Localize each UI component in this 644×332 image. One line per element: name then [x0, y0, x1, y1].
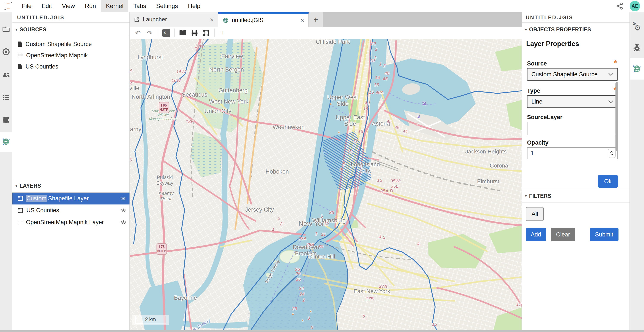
source-select[interactable]: Custom Shapefile Source — [527, 68, 618, 80]
redo-icon[interactable]: ↷ — [144, 28, 155, 38]
layers-section-header[interactable]: ▾ LAYERS — [12, 179, 130, 192]
scalebar-label: 2 km — [145, 317, 156, 322]
sourcelayer-field-label: SourceLayer — [527, 114, 562, 120]
menu-bar: File Edit View Run Kernel Tabs Settings … — [0, 0, 644, 12]
close-icon[interactable]: × — [300, 17, 304, 24]
submit-filter-button[interactable]: Submit — [590, 228, 618, 241]
toolbar-separator — [214, 28, 215, 37]
chevron-down-icon — [608, 73, 614, 76]
filters-section-header[interactable]: ▾ FILTERS — [522, 189, 630, 203]
map-art — [130, 39, 522, 330]
opacity-number-field — [527, 147, 618, 159]
required-asterisk-icon: * — [614, 59, 617, 65]
map-canvas[interactable]: LyndhurstevilleNorth ArlingtonSecaucusNo… — [130, 39, 522, 330]
geometry-vector-square-icon[interactable] — [201, 28, 212, 38]
sources-section-header[interactable]: ▾ SOURCES — [12, 23, 130, 36]
left-activity-bar — [0, 12, 12, 330]
add-filter-button[interactable]: Add — [526, 228, 546, 241]
grid-icon — [18, 53, 23, 58]
layer-item-openstreetmap-mapnik[interactable]: OpenStreetMap.Mapnik Layer — [12, 216, 130, 228]
left-sidebar: UNTITLED.JGIS ▾ SOURCES Custom Shapefile… — [12, 12, 130, 330]
file-icon — [18, 41, 22, 47]
left-panel-title: UNTITLED.JGIS — [12, 12, 130, 23]
file-icon — [18, 64, 22, 70]
source-item-us-counties[interactable]: US Counties — [12, 61, 130, 72]
visibility-eye-icon[interactable] — [120, 196, 126, 200]
clear-filter-button[interactable]: Clear — [551, 228, 575, 241]
sourcelayer-input[interactable] — [527, 122, 618, 135]
caret-down-icon: ▾ — [15, 183, 18, 188]
globe-icon — [223, 17, 229, 23]
file-browser-icon[interactable] — [0, 22, 12, 37]
menu-edit[interactable]: Edit — [36, 0, 57, 12]
avatar[interactable]: AE — [630, 1, 640, 11]
jupyter-logo-icon — [4, 2, 13, 10]
menu-file[interactable]: File — [17, 0, 36, 12]
source-item-openstreetmap-mapnik[interactable]: OpenStreetMap.Mapnik — [12, 50, 130, 61]
table-of-contents-icon[interactable] — [0, 90, 12, 105]
toolbar-separator — [158, 28, 158, 37]
objects-properties-header[interactable]: ▾ OBJECTS PROPERTIES — [522, 23, 630, 36]
property-inspector-gears-icon[interactable]: ⚙ ⚙ — [630, 19, 644, 34]
opacity-input[interactable] — [528, 150, 601, 157]
menu-run[interactable]: Run — [80, 0, 101, 12]
share-icon[interactable] — [616, 2, 624, 10]
debugger-bug-icon[interactable] — [630, 40, 644, 55]
source-field-label: Source — [527, 60, 547, 67]
stepper-icon[interactable] — [608, 149, 616, 158]
layer-item-custom-shapefile[interactable]: Custom Shapefile Layer — [12, 192, 130, 204]
layer-properties-heading: Layer Properties — [526, 40, 579, 48]
tab-untitled-jgis[interactable]: untitled.jGIS × — [218, 12, 309, 27]
toolbar-separator — [174, 28, 175, 37]
layer-label: OpenStreetMap.Mapnik Layer — [26, 219, 104, 226]
console-icon[interactable]: $_ — [161, 28, 172, 38]
window-bottom-border — [0, 330, 644, 332]
layer-label: Custom Shapefile Layer — [26, 195, 89, 202]
identify-book-icon[interactable] — [178, 28, 188, 38]
launcher-icon — [134, 17, 140, 22]
right-sidebar: UNTITLED.JGIS ▾ OBJECTS PROPERTIES Layer… — [522, 12, 630, 330]
opacity-field-label: Opacity — [527, 140, 548, 146]
basemap-grid-icon[interactable] — [189, 28, 200, 38]
jupytergis-globe-icon[interactable] — [0, 134, 12, 149]
visibility-eye-icon[interactable] — [120, 208, 126, 212]
extensions-puzzle-icon[interactable] — [0, 112, 12, 128]
grid-icon — [18, 220, 23, 225]
close-icon[interactable]: × — [210, 16, 214, 23]
vector-square-icon — [18, 196, 24, 202]
filter-logic-chip[interactable]: All — [526, 207, 544, 221]
collaboration-users-icon[interactable] — [0, 67, 12, 82]
caret-down-icon: ▾ — [525, 194, 527, 198]
add-layer-plus-icon[interactable]: + — [218, 28, 228, 38]
map-scalebar: 2 km — [132, 315, 169, 325]
undo-icon[interactable]: ↶ — [133, 28, 143, 38]
chevron-down-icon — [608, 100, 614, 103]
panel-scrollbar[interactable] — [616, 82, 618, 151]
menu-tabs[interactable]: Tabs — [128, 0, 151, 12]
renamed-word-highlight: Custom — [26, 195, 47, 202]
right-panel-title: UNTITLED.JGIS — [522, 12, 630, 23]
ok-button[interactable]: Ok — [598, 175, 618, 188]
vector-square-icon — [18, 208, 24, 213]
map-toolbar: ↶ ↷ $_ + — [130, 27, 522, 39]
menu-help[interactable]: Help — [183, 0, 205, 12]
type-field-label: Type — [527, 88, 540, 94]
menu-kernel[interactable]: Kernel — [101, 0, 128, 12]
layer-item-us-counties[interactable]: US Counties — [12, 204, 130, 216]
menu-view[interactable]: View — [57, 0, 80, 12]
right-activity-bar: ⚙ ⚙ — [630, 12, 644, 330]
tab-launcher[interactable]: Launcher × — [130, 12, 218, 27]
caret-down-icon: ▾ — [15, 27, 18, 32]
sources-list: Custom Shapefile Source OpenStreetMap.Ma… — [12, 36, 130, 72]
caret-down-icon: ▾ — [525, 27, 527, 32]
layer-label: US Counties — [26, 207, 59, 214]
type-select[interactable]: Line — [527, 95, 618, 108]
running-kernels-icon[interactable] — [0, 44, 12, 60]
add-tab-button[interactable]: + — [309, 12, 323, 27]
dock-tab-bar: Launcher × untitled.jGIS × + — [130, 12, 522, 27]
menu-settings[interactable]: Settings — [151, 0, 183, 12]
jupytergis-globe-icon[interactable] — [630, 61, 644, 76]
visibility-eye-icon[interactable] — [120, 220, 126, 224]
layers-section: ▾ LAYERS Custom Shapefile Layer US Count… — [12, 179, 130, 228]
source-item-custom-shapefile[interactable]: Custom Shapefile Source — [12, 38, 130, 50]
